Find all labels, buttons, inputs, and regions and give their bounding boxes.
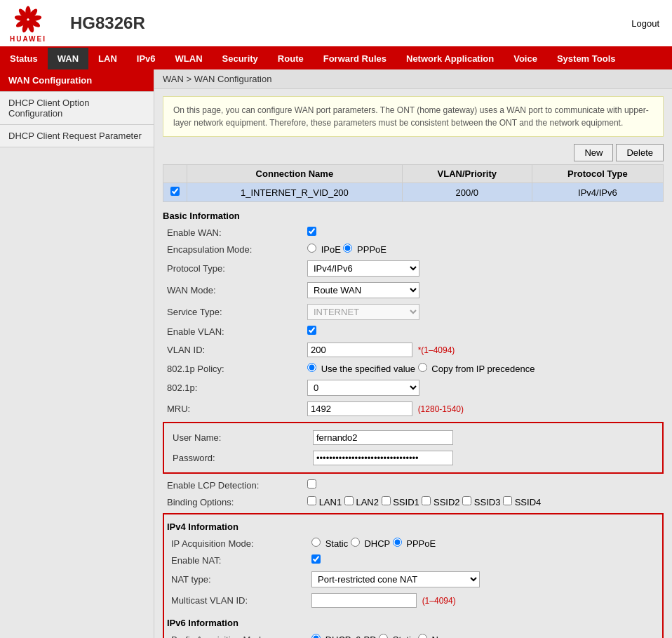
ssid1-option[interactable]: SSID1 <box>382 497 419 507</box>
policy-8021p-row: 802.1p Policy: Use the specified value C… <box>163 360 664 377</box>
8021p-val-select[interactable]: 0 <box>307 380 419 396</box>
ipv4-multicast-label: Multicast VLAN ID: <box>167 590 307 611</box>
service-type-label: Service Type: <box>163 301 303 323</box>
nav-item-voice[interactable]: Voice <box>504 48 547 69</box>
nav-item-lan[interactable]: LAN <box>88 48 127 69</box>
policy-copy-label: Copy from IP precedence <box>431 364 535 374</box>
nav-item-status[interactable]: Status <box>0 48 48 69</box>
credentials-table: User Name: fernando2 Password: <box>168 427 658 468</box>
form-area: Basic Information Enable WAN: Encapsulat… <box>163 208 664 638</box>
new-button[interactable]: New <box>574 144 613 161</box>
binding-options-label: Binding Options: <box>163 493 303 510</box>
mru-row: MRU: 1492 (1280-1540) <box>163 399 664 419</box>
enable-wan-checkbox[interactable] <box>307 227 316 236</box>
nav-item-forward-rules[interactable]: Forward Rules <box>314 48 396 69</box>
basic-info-title: Basic Information <box>163 208 664 224</box>
lan2-option[interactable]: LAN2 <box>344 497 379 507</box>
ssid4-checkbox[interactable] <box>503 496 512 505</box>
binding-options-row: Binding Options: LAN1 LAN2 SSID1 SSID2 S… <box>163 493 664 510</box>
ipv4-title: IPv4 Information <box>167 519 659 535</box>
ssid3-option[interactable]: SSID3 <box>462 497 500 507</box>
ipv4-multicast-input[interactable] <box>311 593 417 608</box>
enable-vlan-checkbox[interactable] <box>307 326 316 335</box>
vlan-id-hint: *(1–4094) <box>418 345 455 355</box>
vlan-id-label: VLAN ID: <box>163 340 303 360</box>
lan2-checkbox[interactable] <box>344 496 354 505</box>
nav-item-wan[interactable]: WAN <box>48 48 88 69</box>
service-type-row: Service Type: INTERNET <box>163 301 664 323</box>
row-checkbox[interactable] <box>170 187 180 196</box>
nav-item-security[interactable]: Security <box>213 48 268 69</box>
enable-lcp-row: Enable LCP Detection: <box>163 477 664 493</box>
protocol-type-label: Protocol Type: <box>163 258 303 279</box>
password-input[interactable] <box>313 451 453 465</box>
ipv6-table: Prefix Acquisition Mode: DHCPv6-PD Stati… <box>167 631 659 638</box>
lan1-option[interactable]: LAN1 <box>307 497 342 507</box>
enable-vlan-row: Enable VLAN: <box>163 323 664 340</box>
ipacq-dhcp-radio[interactable] <box>351 538 360 547</box>
ipv4-section: IPv4 Information IP Acquisition Mode: St… <box>163 513 664 638</box>
nav-item-network-application[interactable]: Network Application <box>396 48 504 69</box>
ipacq-pppoe-radio[interactable] <box>393 538 402 547</box>
policy-8021p-label: 802.1p Policy: <box>163 360 303 377</box>
policy-copy-radio[interactable] <box>418 363 427 372</box>
delete-button[interactable]: Delete <box>616 144 664 161</box>
nav-item-system-tools[interactable]: System Tools <box>547 48 626 69</box>
credentials-section: User Name: fernando2 Password: <box>163 422 664 474</box>
policy-specified-label: Use the specified value <box>321 364 415 374</box>
ssid4-option[interactable]: SSID4 <box>503 497 541 507</box>
vlan-id-input[interactable]: 200 <box>307 343 412 357</box>
protocol-type-row: Protocol Type: IPv4/IPv6 <box>163 258 664 279</box>
8021p-val-row: 802.1p: 0 <box>163 377 664 399</box>
nav-item-route[interactable]: Route <box>268 48 314 69</box>
ip-acq-label: IP Acquisition Mode: <box>167 535 307 552</box>
service-type-select[interactable]: INTERNET <box>307 304 419 320</box>
enable-wan-row: Enable WAN: <box>163 224 664 241</box>
prefix-dhcpv6pd-label: DHCPv6-PD <box>325 634 377 638</box>
password-row: Password: <box>168 448 658 468</box>
sidebar-item-dhcp-request[interactable]: DHCP Client Request Parameter <box>0 125 154 147</box>
protocol-type-select[interactable]: IPv4/IPv6 <box>307 260 419 277</box>
ipacq-static-radio[interactable] <box>311 538 321 547</box>
ipacq-static-label: Static <box>325 538 349 549</box>
binding-options-cell: LAN1 LAN2 SSID1 SSID2 SSID3 SSID4 <box>303 493 664 510</box>
huawei-logo-icon <box>7 4 49 35</box>
table-buttons: New Delete <box>163 144 664 161</box>
mru-input[interactable]: 1492 <box>307 401 412 416</box>
ipv6-title: IPv6 Information <box>167 615 659 631</box>
table-row[interactable]: 1_INTERNET_R_VID_200 200/0 IPv4/IPv6 <box>163 183 664 202</box>
enable-nat-checkbox[interactable] <box>311 554 321 564</box>
vlan-priority-cell: 200/0 <box>402 183 532 202</box>
enable-lcp-checkbox[interactable] <box>307 479 316 489</box>
sidebar-item-wan-configuration[interactable]: WAN Configuration <box>0 69 154 92</box>
prefix-acq-row: Prefix Acquisition Mode: DHCPv6-PD Stati… <box>167 631 659 638</box>
brand-name: HUAWEI <box>10 35 46 43</box>
policy-specified-radio[interactable] <box>307 363 316 372</box>
username-row: User Name: fernando2 <box>168 427 658 448</box>
col-connection-name: Connection Name <box>187 165 403 183</box>
sidebar-item-dhcp-option[interactable]: DHCP Client Option Configuration <box>0 92 154 125</box>
enable-lcp-label: Enable LCP Detection: <box>163 477 303 493</box>
prefix-none-radio[interactable] <box>418 634 427 638</box>
prefix-dhcpv6pd-radio[interactable] <box>311 634 321 638</box>
prefix-none-label: None <box>432 634 454 638</box>
ssid3-checkbox[interactable] <box>462 496 471 505</box>
lan1-checkbox[interactable] <box>307 496 316 505</box>
main-content: WAN > WAN Configuration On this page, yo… <box>154 69 672 638</box>
wan-mode-select[interactable]: Route WAN Bridge WAN <box>307 282 419 298</box>
encapsulation-label: Encapsulation Mode: <box>163 241 303 258</box>
ssid1-checkbox[interactable] <box>382 496 391 505</box>
encap-pppoe-radio[interactable] <box>343 244 352 253</box>
logout-button[interactable]: Logout <box>626 16 665 31</box>
ip-acq-row: IP Acquisition Mode: Static DHCP PPPoE <box>167 535 659 552</box>
nav-item-wlan[interactable]: WLAN <box>166 48 213 69</box>
nat-type-select[interactable]: Port-restricted cone NAT Full cone NAT A… <box>311 571 480 587</box>
prefix-static-radio[interactable] <box>379 634 388 638</box>
encap-pppoe-label: PPPoE <box>357 244 387 255</box>
username-input[interactable]: fernando2 <box>313 430 453 445</box>
ssid2-option[interactable]: SSID2 <box>422 497 459 507</box>
ssid2-checkbox[interactable] <box>422 496 431 505</box>
nav-item-ipv6[interactable]: IPv6 <box>127 48 166 69</box>
encap-ipoe-radio[interactable] <box>307 244 316 253</box>
content-wrapper: WAN Configuration DHCP Client Option Con… <box>0 69 672 638</box>
